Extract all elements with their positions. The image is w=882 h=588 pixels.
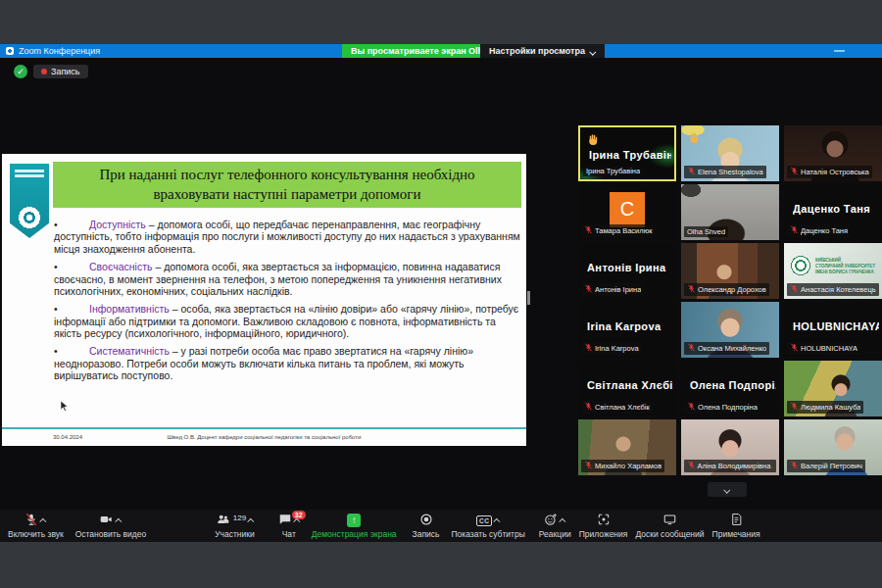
participant-tile[interactable]: Аліна Володимирівна ... xyxy=(681,419,779,475)
participant-name-text: Irina Karpova xyxy=(595,344,639,353)
bullet-term: Доступність xyxy=(89,219,146,230)
bullet-dot: • xyxy=(54,303,58,315)
participant-tile[interactable]: Антонів ІринаАнтонів Ірина xyxy=(578,243,676,299)
participant-tile[interactable]: Олена Подпорі...Олена Подпоріна xyxy=(681,361,779,416)
participant-tile[interactable]: Olha Shved xyxy=(681,184,779,240)
toolbar-participants-button[interactable]: 129Участники xyxy=(215,513,255,539)
toolbar-item-label: Включить звук xyxy=(8,529,64,539)
chevron-up-icon[interactable] xyxy=(247,517,254,524)
participant-tile[interactable]: Валерій Петрович xyxy=(784,419,882,475)
participant-tile[interactable]: Світлана ХлєбікСвітлана Хлєбік xyxy=(578,361,676,416)
muted-mic-icon xyxy=(790,461,799,471)
participant-display-name: Олена Подпорі... xyxy=(690,379,776,391)
participant-tile[interactable]: CТамара Василюк xyxy=(578,184,676,240)
participant-tile[interactable]: Наталія Островська xyxy=(784,125,882,181)
chevron-up-icon[interactable] xyxy=(493,517,500,524)
participant-name-label: Валерій Петрович xyxy=(787,460,865,472)
toolbar-share-button[interactable]: ↑Демонстрация экрана xyxy=(312,513,397,539)
zoom-logo-icon xyxy=(6,47,14,55)
toolbar-item-label: Показать субтитры xyxy=(451,529,524,539)
toolbar-apps-button[interactable]: Приложения xyxy=(579,513,628,539)
smiley-icon xyxy=(544,513,558,529)
muted-mic-icon xyxy=(687,284,696,295)
apps-icon xyxy=(597,513,611,529)
muted-mic-icon xyxy=(584,461,593,471)
chevron-down-icon xyxy=(723,487,730,494)
participant-name-label: Михайло Харламов xyxy=(581,460,664,472)
participant-name-text: Анастасія Котелевець xyxy=(801,285,876,294)
participant-tile[interactable]: Михайло Харламов xyxy=(578,419,676,475)
minimize-icon[interactable] xyxy=(834,50,845,52)
recording-label: Запись xyxy=(51,67,80,76)
participant-name-text: Оксана Михайленко xyxy=(698,344,766,353)
participant-name-label: Даценко Таня xyxy=(787,224,851,237)
university-logo-text: КИЇВСЬКИЙСТОЛИЧНИЙ УНІВЕРСИТЕТІМЕНІ БОРИ… xyxy=(815,258,875,274)
participant-name-text: Аліна Володимирівна ... xyxy=(697,462,773,470)
raised-hand-icon xyxy=(586,132,599,145)
participant-name-text: Тамара Василюк xyxy=(595,226,653,235)
participant-display-name: Irina Karpova xyxy=(587,320,673,332)
participant-name-label: Людмила Кашуба xyxy=(787,401,863,414)
gallery-scroll-down-button[interactable] xyxy=(708,482,747,497)
meeting-toolbar: Включить звукОстановить видео129Участник… xyxy=(0,510,882,542)
participant-name-text: HOLUBNICHAYA xyxy=(801,344,858,353)
window-title: Zoom Конференция xyxy=(19,46,100,56)
participant-tile[interactable]: HOLUBNICHAYAHOLUBNICHAYA xyxy=(784,302,882,358)
board-icon xyxy=(662,513,677,529)
bullet-term: Своєчасність xyxy=(89,261,152,272)
toolbar-record-button[interactable]: Запись xyxy=(413,513,440,539)
university-logo-line: ІМЕНІ БОРИСА ГРІНЧЕНКА xyxy=(815,270,875,274)
participant-tile[interactable]: КИЇВСЬКИЙСТОЛИЧНИЙ УНІВЕРСИТЕТІМЕНІ БОРИ… xyxy=(784,243,882,299)
desktop-background: Zoom Конференция Вы просматриваете экран… xyxy=(0,0,882,588)
participant-name-label: Тамара Василюк xyxy=(581,224,656,237)
participant-name-text: Михайло Харламов xyxy=(595,462,662,470)
participant-name-label: Irina Karpova xyxy=(581,342,642,355)
chevron-up-icon[interactable] xyxy=(40,517,47,524)
chevron-up-icon[interactable] xyxy=(116,517,122,524)
toolbar-boards-button[interactable]: Доски сообщений xyxy=(635,513,704,539)
recording-indicator[interactable]: Запись xyxy=(33,65,88,78)
toolbar-unmute-button[interactable]: Включить звук xyxy=(8,513,64,539)
participant-name-label: Наталія Островська xyxy=(787,166,872,178)
muted-mic-icon xyxy=(790,284,799,295)
participant-tile[interactable]: Оксана Михайленко xyxy=(681,302,779,358)
toolbar-item-label: Участники xyxy=(215,529,255,539)
participant-name-label: Олена Подпоріна xyxy=(684,401,760,414)
security-shield-icon[interactable]: ✓ xyxy=(14,65,27,78)
logo-emblem-icon xyxy=(17,205,42,230)
view-settings-button[interactable]: Настройки просмотра xyxy=(480,44,605,58)
toolbar-item-label: Демонстрация экрана xyxy=(312,529,397,539)
chevron-up-icon[interactable] xyxy=(560,517,566,524)
muted-mic-icon xyxy=(790,343,799,354)
muted-mic-icon xyxy=(687,402,696,413)
slide-body: •Доступність – допомога особі, що передб… xyxy=(54,219,524,388)
participant-name-text: Олександр Дорохов xyxy=(698,285,766,294)
camera-icon xyxy=(99,513,114,529)
participant-name-text: Olha Shved xyxy=(687,227,725,236)
recording-dot-icon xyxy=(41,69,47,74)
participant-name-label: Світлана Хлєбік xyxy=(581,401,653,414)
participants-count: 129 xyxy=(233,514,246,522)
raised-hand-icon xyxy=(687,130,700,143)
toolbar-captions-button[interactable]: CCПоказать субтитры xyxy=(451,513,524,539)
toolbar-item-label: Приложения xyxy=(579,529,628,539)
participant-tile[interactable]: Олександр Дорохов xyxy=(681,243,779,299)
participant-tile[interactable]: Elena Shestopalova xyxy=(681,125,779,181)
toolbar-stop-video-button[interactable]: Остановить видео xyxy=(75,513,146,539)
toolbar-notes-button[interactable]: Примечания xyxy=(712,513,760,539)
participant-display-name: Світлана Хлєбік xyxy=(587,379,673,391)
participant-tile[interactable]: Irina KarpovaIrina Karpova xyxy=(578,302,676,358)
participant-name-label: Оксана Михайленко xyxy=(684,342,769,355)
participant-tile[interactable]: Ірина ТрубавінаІрина Трубавіна xyxy=(578,125,676,181)
participant-tile[interactable]: Людмила Кашуба xyxy=(784,361,882,416)
participant-tile[interactable]: Даценко ТаняДаценко Таня xyxy=(784,184,882,240)
share-gallery-resize-handle[interactable] xyxy=(527,291,530,305)
toolbar-item-label: Запись xyxy=(413,529,440,539)
toolbar-reactions-button[interactable]: Реакции xyxy=(539,513,571,539)
muted-mic-icon xyxy=(790,402,799,413)
participant-name-text: Даценко Таня xyxy=(801,226,848,235)
view-settings-label: Настройки просмотра xyxy=(489,46,585,56)
participant-display-name: Антонів Ірина xyxy=(587,262,673,273)
participant-name-label: HOLUBNICHAYA xyxy=(787,342,860,355)
toolbar-chat-button[interactable]: 32Чат xyxy=(278,513,300,539)
